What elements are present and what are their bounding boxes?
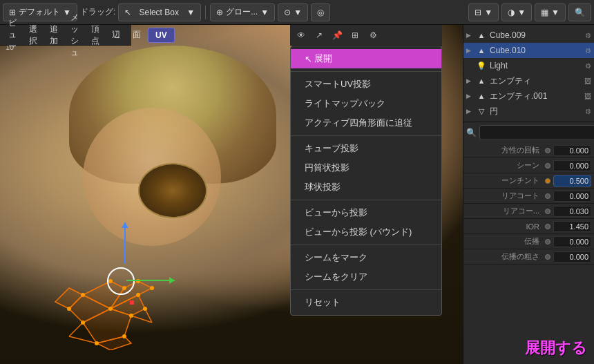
prop-row-clearcoat: リアコート 0.000 xyxy=(463,189,594,204)
right-panel: ▶ ▲ Cube.009 ⚙ ▶ ▲ Cube.010 ⚙ ▶ 💡 Light … xyxy=(463,25,594,364)
overlay-icon: ⊟ xyxy=(475,8,481,17)
proportional-icon: ◎ xyxy=(317,8,324,17)
eye-icon[interactable]: 👁 xyxy=(293,27,309,44)
global-label: グロー... xyxy=(226,6,258,18)
viewport-icon: ▦ xyxy=(541,8,548,17)
circle-icon: ▽ xyxy=(476,107,487,116)
face-label: 面 xyxy=(133,29,141,41)
clear-seam-label: シームをクリア xyxy=(305,271,367,283)
project-view-item[interactable]: ビューから投影 xyxy=(291,203,441,222)
empty-icon: ▲ xyxy=(476,77,487,85)
smart-uv-item[interactable]: スマートUV投影 xyxy=(291,75,441,94)
prop-label: 方性の回転 xyxy=(466,145,542,155)
smart-uv-label: スマートUV投影 xyxy=(305,78,371,90)
lightmap-item[interactable]: ライトマップバック xyxy=(291,94,441,113)
scene-item-empty1[interactable]: ▶ ▲ エンブティ 🖼 xyxy=(463,73,594,88)
property-search: 🔍 xyxy=(463,122,594,143)
prop-keyframe-dot[interactable] xyxy=(545,178,550,184)
prop-keyframe-dot[interactable] xyxy=(545,239,550,245)
prop-keyframe-dot[interactable] xyxy=(545,193,550,199)
clear-seam-item[interactable]: シームをクリア xyxy=(291,267,441,287)
prop-row-transmission: 伝播 0.000 xyxy=(463,234,594,249)
snap-icon: ⊙ xyxy=(284,8,291,17)
overlay-arrow: ▼ xyxy=(484,8,492,17)
arrow-icon[interactable]: ↗ xyxy=(311,27,327,44)
scene-item-empty2[interactable]: ▶ ▲ エンブティ.001 🖼 xyxy=(463,88,594,104)
prop-keyframe-dot[interactable] xyxy=(545,148,550,153)
settings-icon: ⚙ xyxy=(585,32,591,39)
project-view-bounds-item[interactable]: ビューから投影 (バウンド) xyxy=(291,222,441,242)
reset-label: リセット xyxy=(305,296,341,309)
prop-keyframe-dot[interactable] xyxy=(545,254,550,260)
separator-2 xyxy=(291,135,441,136)
reset-item[interactable]: リセット xyxy=(291,293,441,312)
scene-item-circle[interactable]: ▶ ▽ 円 ⚙ xyxy=(463,104,594,119)
scene-item-cube010[interactable]: ▶ ▲ Cube.010 ⚙ xyxy=(463,43,594,58)
search-input[interactable] xyxy=(479,125,594,140)
cube-project-item[interactable]: キューブ投影 xyxy=(291,139,441,158)
prop-keyframe-dot[interactable] xyxy=(545,209,550,214)
expand-arrow: ▶ xyxy=(466,77,473,84)
view-menu[interactable]: ビュー xyxy=(3,28,22,43)
uv-unwrap-item[interactable]: ↖ 展開 xyxy=(291,49,441,68)
face-menu[interactable]: 面 xyxy=(127,28,146,43)
svg-point-22 xyxy=(150,286,154,290)
proportional-btn[interactable]: ◎ xyxy=(311,3,330,21)
prop-label: リアコー... xyxy=(466,206,542,216)
settings-icon[interactable]: ⚙ xyxy=(365,27,381,44)
uv-label: UV xyxy=(155,30,167,40)
separator1 xyxy=(205,6,206,19)
search-btn[interactable]: 🔍 xyxy=(568,3,591,21)
prop-label: 伝播 xyxy=(466,236,542,247)
prop-value: 0.000 xyxy=(553,191,591,202)
pin-icon[interactable]: 📌 xyxy=(329,27,345,44)
prop-keyframe-dot[interactable] xyxy=(545,224,550,229)
item-name: Cube.009 xyxy=(490,30,582,40)
unwrap-label: 展開 xyxy=(314,52,332,65)
prop-value: 1.450 xyxy=(553,221,591,232)
svg-point-14 xyxy=(122,334,126,338)
vertex-menu[interactable]: 頂点 xyxy=(86,28,105,43)
mesh-menu[interactable]: メッシュ xyxy=(65,28,84,43)
snap-btn[interactable]: ⊙ ▼ xyxy=(278,3,308,21)
sphere-project-label: 球状投影 xyxy=(305,181,341,193)
separator-4 xyxy=(291,245,441,245)
scene-item-cube009[interactable]: ▶ ▲ Cube.009 ⚙ xyxy=(463,28,594,43)
viewport-arrow: ▼ xyxy=(551,8,559,17)
empty-icon: ▲ xyxy=(476,92,487,100)
properties-panel: 方性の回転 0.000 シーン 0.000 ーンチント 0.500 リアコート … xyxy=(463,143,594,265)
expand-arrow: ▶ xyxy=(466,93,473,99)
item-name: エンブティ.001 xyxy=(490,90,582,102)
sphere-project-item[interactable]: 球状投影 xyxy=(291,178,441,197)
add-label: 追加 xyxy=(50,23,58,47)
svg-point-17 xyxy=(143,307,147,311)
uv-menu-button[interactable]: UV xyxy=(148,28,175,43)
cylinder-project-item[interactable]: 円筒状投影 xyxy=(291,158,441,178)
view-label: ビュー xyxy=(8,17,17,52)
select-box-dropdown[interactable]: ↖ Select Box ▼ xyxy=(118,3,201,21)
overlay-btn[interactable]: ⊟ ▼ xyxy=(468,3,499,21)
svg-point-19 xyxy=(81,293,85,297)
drag-label: ドラッグ: xyxy=(80,6,115,18)
shading-btn[interactable]: ◑ ▼ xyxy=(501,3,532,21)
svg-line-7 xyxy=(69,323,83,336)
viewport-shading[interactable]: ▦ ▼ xyxy=(535,3,566,21)
scene-item-light[interactable]: ▶ 💡 Light ⚙ xyxy=(463,58,594,73)
separator-1 xyxy=(291,71,441,72)
grid-icon[interactable]: ⊞ xyxy=(347,27,363,44)
prop-value: 0.500 xyxy=(553,175,591,186)
mark-seam-item[interactable]: シームをマーク xyxy=(291,248,441,267)
prop-value: 0.030 xyxy=(553,206,591,217)
svg-rect-24 xyxy=(130,300,134,305)
follow-active-item[interactable]: アクティブ四角形面に追従 xyxy=(291,113,441,133)
prop-keyframe-dot[interactable] xyxy=(545,163,550,169)
add-menu[interactable]: 追加 xyxy=(44,28,64,43)
cursor-indicator: ↖ xyxy=(305,54,314,64)
edge-menu[interactable]: 辺 xyxy=(106,28,126,43)
global-dropdown[interactable]: ⊕ グロー... ▼ xyxy=(210,3,275,21)
uv-dropdown-menu: ↖ 展開 スマートUV投影 ライトマップバック アクティブ四角形面に追従 キュー… xyxy=(290,46,442,316)
item-name: Cube.010 xyxy=(490,46,582,55)
select-menu[interactable]: 選択 xyxy=(23,28,43,43)
prop-label: シーン xyxy=(466,160,542,171)
expand-arrow: ▶ xyxy=(466,32,473,39)
